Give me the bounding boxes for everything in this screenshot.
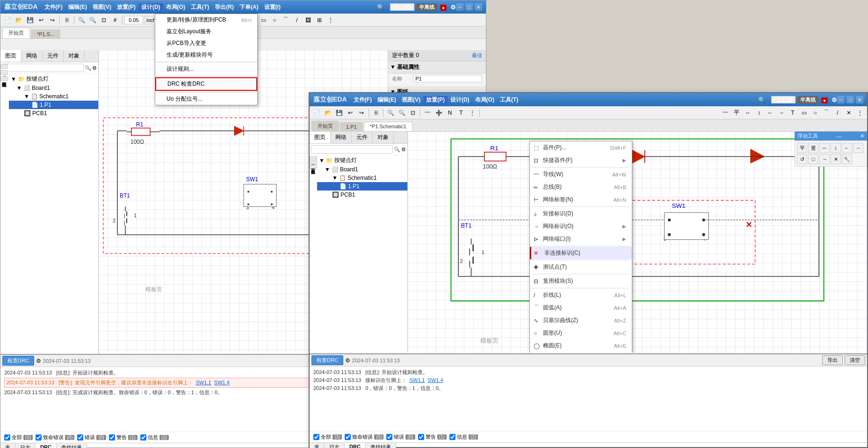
pm-ellipse[interactable]: ◯ 椭圆(E) Alt+E (530, 339, 632, 352)
dd-designrule-back[interactable]: 设计规则... (155, 63, 257, 75)
pm-bezier[interactable]: ∿ 贝塞尔曲线(Z) Alt+Z (530, 314, 632, 327)
menu-layout-back[interactable]: 布局(O) (163, 3, 188, 11)
tb-fit-front[interactable]: ⊡ (408, 108, 418, 118)
grid-input-back[interactable] (124, 16, 143, 24)
pm-reuse[interactable]: ⊟ 复用模块(S) (530, 275, 632, 287)
dd-gensym-back[interactable]: 生成/更新模块符号 (155, 49, 257, 61)
panel-tab-net-front[interactable]: 网络 (331, 132, 352, 143)
tree-board-front[interactable]: ▼ ⬜ Board1 (317, 165, 407, 174)
tb-rect-back[interactable]: ▭ (258, 15, 268, 25)
filter-btn-front[interactable]: ⚙ (401, 147, 406, 153)
tb-r10-front[interactable]: ⌒ (821, 108, 832, 118)
panel-tab-obj-back[interactable]: 对象 (64, 50, 85, 62)
dd-layout-back[interactable]: 嘉立创Layout服务 (155, 26, 257, 37)
tb-r5-front[interactable]: ← (765, 108, 775, 118)
tree-pcb-front[interactable]: 🔲 PCB1 (317, 191, 407, 199)
pm-arc[interactable]: ⌒ 圆弧(A) Alt+A (530, 301, 632, 314)
tb-r1-front[interactable]: 〰 (720, 108, 731, 118)
dd-update-back[interactable]: 更新/转换/原理图到PCB Alt+I (155, 14, 257, 26)
tb-undo-back[interactable]: ↩ (36, 15, 46, 25)
panel-tab-comp-front[interactable]: 元件 (352, 132, 373, 143)
tb-r4-front[interactable]: ↕ (754, 108, 764, 118)
tb-circle-back[interactable]: ○ (269, 15, 280, 25)
filter-all-cb-back[interactable] (4, 434, 10, 441)
search-input-back[interactable] (2, 64, 84, 72)
menu-settings-back[interactable]: 设置(I) (261, 3, 283, 11)
tb-redo-front[interactable]: ↪ (356, 108, 367, 118)
tb-save-back[interactable]: 💾 (25, 15, 35, 25)
tb-text-front[interactable]: T (456, 108, 466, 118)
menu-edit-front[interactable]: 编辑(E) (375, 96, 399, 104)
menu-tools-front[interactable]: 工具(T) (497, 96, 521, 104)
pm-gnd[interactable]: ⏚ 矩接标识(D) (530, 207, 632, 220)
tree-sch-front[interactable]: ▼ 📋 Schematic1 (317, 174, 407, 182)
tb-table-back[interactable]: ⊞ (314, 15, 325, 25)
log-link-sw11-back[interactable]: SW1.1 (196, 380, 211, 385)
side-all-front[interactable]: 所有 (310, 156, 317, 160)
tb-r3-front[interactable]: ↔ (743, 108, 753, 118)
menu-tools-back[interactable]: 工具(T) (188, 3, 212, 11)
gear-icon-back[interactable]: ⚙ (450, 4, 456, 11)
tb-r11-front[interactable]: / (832, 108, 843, 118)
fb-tool-front[interactable]: 🔧 (842, 154, 852, 164)
fb-vert-front[interactable]: 竖 (808, 143, 818, 153)
tb-line-back[interactable]: / (292, 15, 302, 25)
panel-tab-page-back[interactable]: 图页 (0, 50, 22, 62)
export-btn-front[interactable]: 导出 (822, 355, 843, 365)
tb-r13-front[interactable]: ⋮ (855, 108, 865, 118)
tb-r6-front[interactable]: → (776, 108, 787, 118)
tb-open-back[interactable]: 📂 (14, 15, 24, 25)
log-link-sw14-front[interactable]: SW1.4 (428, 377, 443, 383)
dd-import-back[interactable]: 从PCB导入变更 (155, 37, 257, 49)
tb-copy-back[interactable]: ⎘ (62, 15, 72, 25)
maximize-btn-front[interactable]: □ (846, 96, 854, 103)
tb-net-front[interactable]: N (445, 108, 455, 118)
tree-project-front[interactable]: ▼ 📁 按键点灯 (317, 155, 407, 165)
tree-p1-back[interactable]: 📄 1.P1 (9, 101, 98, 109)
pm-quick-comp[interactable]: ⊡ 快捷器件(F) ▶ (530, 154, 632, 167)
filter-all-cb-front[interactable] (313, 434, 319, 440)
tb-fit-back[interactable]: ⊡ (99, 15, 109, 25)
menu-place-front[interactable]: 放置(P) (423, 96, 448, 104)
menu-order-back[interactable]: 下单(A) (237, 3, 261, 11)
log-link-sw11-front[interactable]: SW1.1 (409, 377, 425, 383)
pm-testpoint[interactable]: ✚ 测试点(T) (530, 261, 632, 273)
pm-netid[interactable]: → 网络标识(O) ▶ (530, 220, 632, 233)
tb-r12-front[interactable]: ✕ (844, 108, 854, 118)
fb-x-front[interactable]: ✕ (831, 154, 841, 164)
side-label-all-back[interactable]: 所有 (0, 64, 8, 69)
drc-btn-back[interactable]: 检查DRC (2, 356, 34, 366)
gear-icon-log-front[interactable]: ⚙ (345, 357, 350, 364)
menu-view-front[interactable]: 视图(V) (399, 96, 423, 104)
fb-right-front[interactable]: → (853, 143, 863, 153)
log-link-sw14-back[interactable]: SW1.4 (214, 380, 230, 385)
filter-info-cb-front[interactable] (449, 434, 456, 440)
side-eng-front[interactable]: 工程设计 (310, 161, 317, 164)
prop-pin-back[interactable]: 最佳 (472, 52, 482, 59)
tb-wire-front[interactable]: 〰 (422, 108, 433, 118)
tb-r9-front[interactable]: ○ (810, 108, 820, 118)
side-sch-front[interactable]: 原理图标化 (310, 165, 317, 169)
log-tab-log-front[interactable]: 日志 (325, 443, 345, 448)
filter-err-cb-front[interactable] (386, 434, 392, 440)
fb-rarrow-front[interactable]: → (819, 154, 830, 164)
log-tab-drc-front[interactable]: DRC (345, 443, 366, 448)
tree-board-back[interactable]: ▼ ⬜ Board1 (9, 84, 98, 92)
tb-r8-front[interactable]: ▭ (799, 108, 809, 118)
pm-polyline[interactable]: / 折线(L) Alt+L (530, 289, 632, 301)
log-tab-log-back[interactable]: 日志 (15, 443, 36, 448)
tb-arc-back[interactable]: ⌒ (281, 15, 291, 25)
tab-start-front[interactable]: 开始页 (311, 121, 339, 131)
fb-rotcw-front[interactable]: ↺ (797, 154, 807, 164)
pm-wire[interactable]: 〰 导线(W) Alt+W (530, 168, 632, 181)
fb-left-front[interactable]: ← (842, 143, 852, 153)
menu-design-front[interactable]: 设计(D) (448, 96, 472, 104)
log-tab-drc-back[interactable]: DRC (36, 443, 57, 448)
gear-icon-front[interactable]: ⚙ (832, 96, 837, 103)
tb-copy-front[interactable]: ⎘ (371, 108, 381, 118)
filter-fatal-cb-front[interactable] (345, 434, 351, 440)
side-label-eng-back[interactable]: 工程设计 (0, 70, 8, 75)
float-pin-front[interactable]: ✕ (860, 133, 864, 139)
tb-more-back[interactable]: ⋮ (326, 15, 336, 25)
side-label-sch-back[interactable]: 原理图标化 (0, 76, 8, 81)
